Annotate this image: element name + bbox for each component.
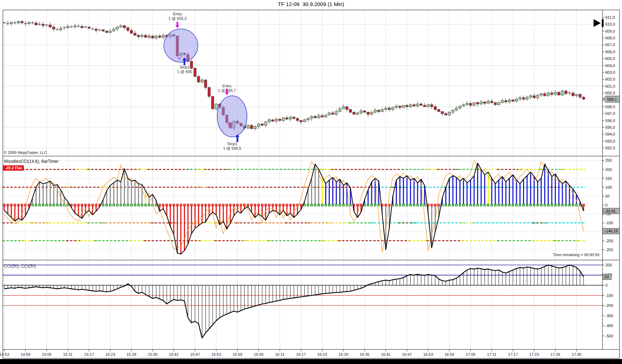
candle <box>575 94 578 96</box>
axis-label: 610,0 <box>605 22 615 26</box>
axis-label: 594,0 <box>605 132 615 136</box>
time-label: 15:29 <box>126 352 136 357</box>
candle <box>130 31 133 33</box>
candle <box>264 122 267 125</box>
candle <box>452 110 454 112</box>
time-label: 15:53 <box>211 352 221 357</box>
axis-label: 593,0 <box>605 139 615 143</box>
candle <box>272 120 274 121</box>
axis-label: 608,0 <box>605 36 615 40</box>
candle <box>197 77 200 82</box>
candle <box>487 101 490 103</box>
candle <box>363 111 366 112</box>
candle <box>424 105 426 107</box>
candle <box>526 97 528 99</box>
candle <box>515 99 518 101</box>
candle <box>134 33 136 35</box>
candle <box>332 113 334 114</box>
candle <box>494 103 497 105</box>
candle <box>406 105 408 107</box>
candle <box>512 100 514 101</box>
axis-label: 0 <box>605 203 607 207</box>
stop-annotation-2: Stop1 1 @ 595,5 <box>209 142 255 151</box>
candle <box>448 112 451 115</box>
candle <box>303 120 306 122</box>
bartimer-status-badge: -20.2 Flat <box>3 165 24 171</box>
candle <box>81 26 83 28</box>
entry2-line1: Entry <box>222 84 231 88</box>
candle <box>434 107 436 110</box>
candle <box>504 100 507 102</box>
time-label: 16:29 <box>338 352 348 357</box>
axis-label: 607,0 <box>605 43 615 47</box>
candle <box>335 111 338 114</box>
axis-label: 150 <box>605 176 612 181</box>
axis-label: -100 <box>605 293 613 298</box>
candle <box>95 29 97 31</box>
time-label: 14:59 <box>21 352 31 357</box>
time-label: 16:23 <box>317 352 327 357</box>
candle <box>60 28 62 30</box>
candle <box>582 97 585 99</box>
candle <box>469 103 472 105</box>
candle <box>480 102 482 104</box>
candle <box>462 105 465 106</box>
time-label: 15:05 <box>42 352 52 357</box>
candle <box>162 35 164 37</box>
candle <box>501 100 503 103</box>
candle <box>282 118 285 121</box>
woodies-panel-label: WoodiesCCI(14,6), BarTimer <box>4 159 59 164</box>
candle <box>427 105 430 107</box>
candle <box>144 35 147 37</box>
time-label: 16:59 <box>444 352 454 357</box>
time-label: 15:41 <box>169 352 179 357</box>
candle <box>339 109 341 112</box>
axis-label: -400 <box>605 324 613 328</box>
candle <box>413 105 415 106</box>
time-label: 17:23 <box>529 352 539 357</box>
axis-label: 50 <box>605 194 610 198</box>
badge-text: 599,1 <box>607 97 617 101</box>
candle <box>441 111 443 114</box>
entry2-line2: 1 @ 595,7 <box>218 88 236 93</box>
chart-canvas[interactable]: 611,0610,0609,0608,0607,0606,0605,0604,0… <box>0 0 622 364</box>
candle <box>116 27 119 29</box>
axis-label: 200 <box>605 167 612 172</box>
time-label: 15:11 <box>63 352 73 357</box>
candle <box>554 92 557 94</box>
candle <box>158 36 161 37</box>
go-to-end-icon[interactable] <box>590 12 602 21</box>
axis-label: 597,0 <box>605 111 615 116</box>
candle <box>137 35 140 37</box>
candle <box>67 26 69 28</box>
axis-label: 602,0 <box>605 77 615 81</box>
entry1-line2: 1 @ 605,3 <box>169 16 187 21</box>
candle <box>321 116 323 117</box>
candle <box>123 26 126 28</box>
axis-label: -500 <box>605 334 613 338</box>
axis-label: 250 <box>605 158 612 162</box>
stop-annotation-1: Stop1 1 @ 606 <box>162 65 208 74</box>
axis-label: 611,0 <box>605 15 615 20</box>
axis-label: 0 <box>605 283 607 287</box>
candle <box>536 95 539 98</box>
candle <box>268 120 271 122</box>
candle <box>473 103 475 105</box>
candle <box>558 92 560 95</box>
candle <box>466 103 468 105</box>
stop2-line1: Stop1 <box>227 142 238 146</box>
candle <box>10 22 12 24</box>
candle <box>416 104 419 106</box>
candle <box>565 91 567 94</box>
candle <box>384 108 387 110</box>
candle <box>360 111 362 113</box>
copyright-text: © 2009 NinjaTrader, LLC <box>4 150 47 155</box>
candle <box>257 124 260 127</box>
candle <box>572 93 574 96</box>
candle <box>346 107 348 110</box>
candle <box>551 93 553 94</box>
axis-label: 604,0 <box>605 64 615 68</box>
candle <box>508 100 511 102</box>
time-label: 16:47 <box>402 352 412 357</box>
candle <box>370 112 373 114</box>
